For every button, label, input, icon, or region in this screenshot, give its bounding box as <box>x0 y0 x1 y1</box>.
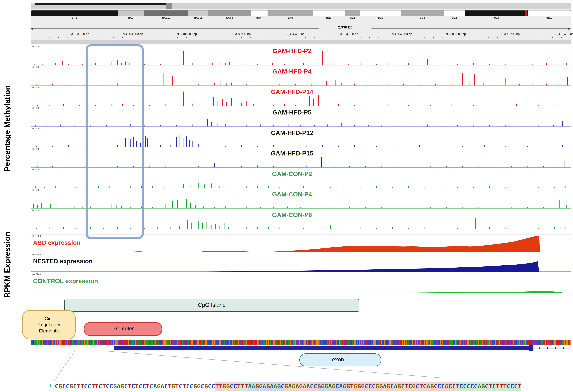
sequence-segment: TCCCCCAGCTCTTTCCCT <box>456 382 521 391</box>
promoter-annotation: Promoter <box>84 322 162 336</box>
region-highlight-box <box>86 44 144 239</box>
track-range-label: [0 - 3200] <box>32 235 41 238</box>
track-name-label: GAM-HFD-P14 <box>171 88 413 96</box>
track-range-label: [0 - 100] <box>32 107 40 110</box>
dna-sequence: CGCCGCTTCCTTCTCCGAGCTCTCCTCAGACTGTCTCCGG… <box>55 382 521 391</box>
sequence-segment: AAGGAGAAGC <box>248 382 285 391</box>
expression-signal <box>31 273 571 293</box>
cis-line-1: Cis- <box>23 315 75 322</box>
track-range-label: [0 - 100] <box>32 86 40 89</box>
track-name-label: NESTED expression <box>33 257 92 265</box>
sequence-segment: GAGAGAACC <box>285 382 317 391</box>
sequence-segment: CGCCGCTTCCTTCTCCGAGCTCTCCTCAGACTGTCTCCGG… <box>55 382 215 391</box>
sequence-color-strip <box>31 340 571 344</box>
track-name-label: GAM-CON-P4 <box>171 191 413 198</box>
axis-label-rpkm-expression: RPKM Expression <box>3 184 11 345</box>
sequence-start-tick <box>50 384 51 387</box>
sequence-segment: TGGGCCCGGAGCAGCTCGCTCAGCCCGCC <box>350 382 456 391</box>
track-name-label: GAM-HFD-P12 <box>171 129 413 136</box>
cis-line-3: Elements <box>23 328 75 334</box>
expression-track-CONTROL-expression[interactable]: [0 - 3200]CONTROL expression <box>31 273 571 293</box>
track-range-label: [0 - 3200] <box>32 253 41 256</box>
sequence-segment: TTGGCC <box>215 382 237 391</box>
track-name-label: GAM-HFD-P4 <box>171 68 413 75</box>
cis-line-2: Regulatory <box>23 322 75 328</box>
track-range-label: [0 - 100] <box>32 148 40 151</box>
track-range-label: [0 - 100] <box>32 127 40 130</box>
cis-regulatory-elements-annotation: Cis- Regulatory Elements <box>22 310 76 340</box>
track-name-label: CONTROL expression <box>33 277 98 285</box>
igv-genome-browser-figure: qA1qA2qA3.1qA3.2qA3.3qA4qA5qB1qB2qB3qC1q… <box>0 0 573 392</box>
track-range-label: [0 - 100] <box>32 168 40 171</box>
track-name-label: GAM-HFD-P15 <box>171 150 413 157</box>
track-name-label: ASD expression <box>33 239 81 246</box>
track-range-label: [0 - 100] <box>32 189 40 191</box>
expression-signal <box>31 253 571 272</box>
track-name-label: GAM-HFD-P5 <box>171 109 413 116</box>
sequence-segment: TTT <box>237 382 248 391</box>
sequence-segment: GGGAGCAGG <box>317 382 350 391</box>
track-name-label: GAM-CON-P6 <box>171 211 413 219</box>
sequence-strip-graphic <box>31 340 571 344</box>
expression-track-NESTED-expression[interactable]: [0 - 3200]NESTED expression <box>31 253 571 273</box>
track-range-label: [0 - 3200] <box>32 273 41 276</box>
track-name-label: GAM-CON-P2 <box>171 170 413 178</box>
track-name-label: GAM-HFD-P2 <box>171 47 413 54</box>
exon1-annotation: exon 1 <box>299 353 381 366</box>
track-range-label: [0 - 100] <box>32 209 40 212</box>
cpg-island-annotation: CpG Island <box>64 299 359 312</box>
track-range-label: [0 - 100] <box>32 66 40 68</box>
track-range-label: [0 - 100] <box>32 45 40 48</box>
